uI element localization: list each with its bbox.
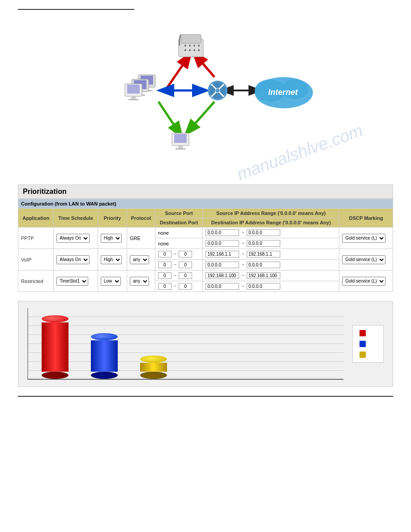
voip-src-port1-input[interactable] [158, 251, 171, 257]
col-application: Application [18, 209, 54, 227]
voip-src-ip1[interactable] [206, 251, 239, 257]
chart-area [18, 301, 393, 387]
svg-rect-25 [127, 85, 140, 94]
voip-dest-port2-input[interactable] [179, 262, 192, 268]
col-priority: Priority [98, 209, 127, 227]
pptp-protocol: GRE [127, 227, 155, 249]
svg-line-0 [165, 55, 190, 90]
restricted-priority[interactable]: Low [98, 270, 127, 292]
restricted-src-port2-input[interactable] [179, 272, 192, 279]
pptp-priority[interactable]: High [98, 227, 127, 249]
restricted-dest-port1-input[interactable] [158, 283, 171, 290]
restricted-src-ip2[interactable] [247, 272, 280, 279]
restricted-ip-row2: ~ [203, 281, 339, 292]
pptp-dest-ip1[interactable] [206, 240, 239, 247]
prioritization-section: Prioritization Configuration (from LAN t… [18, 184, 393, 292]
restricted-priority-select[interactable]: Low [101, 277, 121, 286]
restricted-ip-row1: ~ [203, 270, 339, 281]
pptp-src-ip2[interactable] [247, 229, 280, 236]
voip-dest-port1-input[interactable] [158, 262, 171, 268]
voip-dest-ip1[interactable] [206, 262, 239, 268]
restricted-dest-ip2[interactable] [247, 283, 280, 290]
svg-point-12 [184, 49, 186, 51]
col-time-schedule: Time Schedule [54, 209, 98, 227]
restricted-dscp[interactable]: Gold service (L) [339, 270, 393, 292]
restricted-protocol-select[interactable]: any [130, 277, 149, 286]
single-pc-icon [172, 133, 189, 150]
restricted-time-schedule-select[interactable]: TimeSlot1 [56, 277, 88, 286]
svg-text:Internet: Internet [268, 88, 298, 97]
legend-low [360, 352, 377, 358]
pptp-dest-ip2[interactable] [247, 240, 280, 247]
restricted-src-port1: ~ [155, 270, 203, 281]
pptp-src-ip1[interactable] [206, 229, 239, 236]
col-dest-port: Destination Port [155, 218, 203, 227]
restricted-protocol[interactable]: any [127, 270, 155, 292]
svg-rect-39 [178, 146, 183, 148]
voip-dscp-select[interactable]: Gold service (L) [342, 255, 385, 264]
svg-rect-27 [128, 99, 138, 100]
voip-ip-row2: ~ [203, 260, 339, 270]
col-protocol: Protocol [127, 209, 155, 227]
svg-point-11 [198, 45, 200, 47]
voip-time-schedule[interactable]: Always On [54, 249, 98, 270]
col-source-port: Source Port [155, 209, 203, 218]
svg-point-15 [198, 49, 200, 51]
voip-src-ip2[interactable] [247, 251, 280, 257]
app-voip: VoIP [18, 249, 54, 270]
bar-low [140, 356, 167, 379]
internet-cloud-icon: Internet [255, 77, 313, 108]
legend-color-blue [360, 341, 366, 347]
pptp-priority-select[interactable]: High [101, 234, 122, 243]
pptp-time-schedule-select[interactable]: Always On [56, 234, 90, 243]
svg-point-32 [215, 88, 220, 93]
voip-src-port2-input[interactable] [179, 251, 192, 257]
restricted-src-port1-input[interactable] [158, 272, 171, 279]
voip-priority-select[interactable]: High [101, 255, 122, 264]
col-source-ip: Source IP Address Range ('0.0.0.0' means… [203, 209, 339, 218]
router-icon [208, 81, 227, 100]
legend-color-red [360, 330, 366, 336]
prio-title: Prioritization [18, 184, 393, 199]
computers-icon [125, 75, 155, 100]
restricted-dest-port2-input[interactable] [179, 283, 192, 290]
pptp-time-schedule[interactable]: Always On [54, 227, 98, 249]
app-pptp: PPTP [18, 227, 54, 249]
table-row: PPTP Always On High GRE none [18, 227, 393, 238]
voip-ip-row1: ~ [203, 249, 339, 260]
voip-time-schedule-select[interactable]: Always On [56, 255, 90, 264]
restricted-time-schedule[interactable]: TimeSlot1 [54, 270, 98, 292]
svg-rect-7 [181, 34, 201, 43]
svg-point-8 [184, 45, 186, 47]
col-dscp: DSCP Marking [339, 209, 393, 227]
svg-point-10 [193, 45, 195, 47]
pptp-dscp[interactable]: Gold service (L) [339, 227, 393, 249]
bar-high [42, 315, 68, 379]
voip-dscp[interactable]: Gold service (L) [339, 249, 393, 270]
ip-phone-icon [179, 34, 203, 57]
config-header: Configuration (from LAN to WAN packet) [18, 199, 393, 209]
svg-rect-38 [174, 134, 187, 143]
restricted-dest-ip1[interactable] [206, 283, 239, 290]
top-line [18, 9, 134, 10]
pptp-dscp-select[interactable]: Gold service (L) [342, 234, 385, 243]
svg-rect-40 [176, 148, 185, 150]
voip-dest-ip2[interactable] [247, 262, 280, 268]
voip-src-port1: ~ [155, 249, 203, 260]
voip-protocol[interactable]: any [127, 249, 155, 270]
restricted-dscp-select[interactable]: Gold service (L) [342, 277, 385, 286]
voip-dest-port: ~ [155, 260, 203, 270]
page-container: Internet manualshlve.com Prioritization … [0, 0, 411, 406]
diagram-area: Internet manualshlve.com [18, 19, 393, 171]
bottom-line [18, 396, 393, 397]
prioritization-table: Configuration (from LAN to WAN packet) A… [18, 199, 393, 292]
table-row: Restricted TimeSlot1 Low any [18, 270, 393, 281]
svg-point-9 [189, 45, 191, 47]
col-dest-ip: Destination IP Address Range ('0.0.0.0' … [203, 218, 339, 227]
network-diagram: Internet [76, 19, 335, 162]
voip-protocol-select[interactable]: any [130, 255, 149, 264]
svg-point-13 [189, 49, 191, 51]
pptp-src-port1: none [155, 227, 203, 238]
voip-priority[interactable]: High [98, 249, 127, 270]
restricted-src-ip1[interactable] [206, 272, 239, 279]
